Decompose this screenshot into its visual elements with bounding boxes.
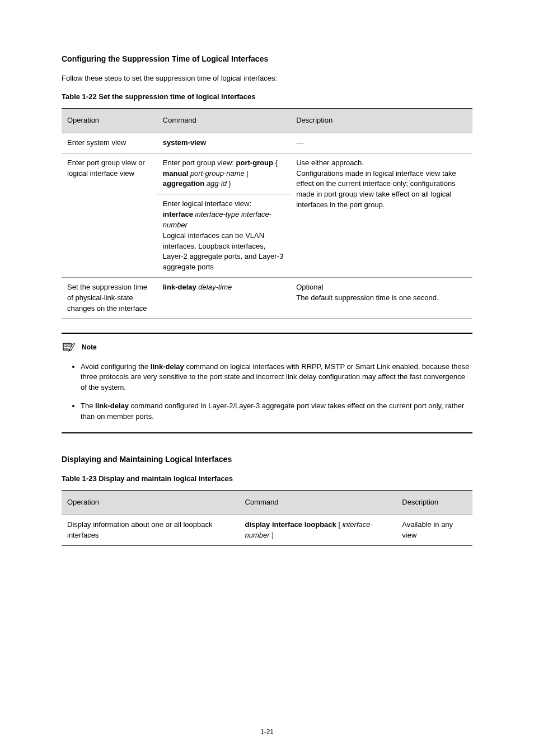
note-icon [62,342,77,354]
cell-operation: Display information about one or all loo… [62,515,240,545]
table-row: Enter port group view or logical interfa… [62,153,472,194]
table-1-22: Operation Command Description Enter syst… [62,108,472,319]
col-operation: Operation [62,491,240,515]
cell-operation: Enter port group view or logical interfa… [62,153,157,277]
col-command: Command [240,491,397,515]
table-row: Enter system view system-view — [62,133,472,153]
note-label: Note [82,343,97,352]
note-box: Note Avoid configuring the link-delay co… [62,333,472,433]
cell-description: Use either approach.Configurations made … [291,153,472,277]
table-caption-1-22: Table 1-22 Set the suppression time of l… [62,92,472,102]
section-title-suppression: Configuring the Suppression Time of Logi… [62,53,472,64]
note-bullet: Avoid configuring the link-delay command… [81,362,472,394]
col-description: Description [396,491,472,515]
cell-command: Enter port group view: port-group { manu… [157,153,291,194]
table-1-23: Operation Command Description Display in… [62,490,472,546]
section-intro-suppression: Follow these steps to set the suppressio… [62,73,472,84]
cmd-text: system-view [163,138,206,147]
table-caption-1-23: Table 1-23 Display and maintain logical … [62,474,472,484]
note-bullets: Avoid configuring the link-delay command… [62,362,472,422]
page: Configuring the Suppression Time of Logi… [0,0,534,756]
cell-command: Enter logical interface view:interface i… [157,194,291,278]
note-header: Note [62,342,472,354]
cell-description: — [291,133,472,153]
cell-operation: Set the suppression time of physical-lin… [62,278,157,319]
cell-command: display interface loopback [ interface-n… [240,515,397,545]
cell-command: link-delay delay-time [157,278,291,319]
col-command: Command [157,108,291,133]
cell-command: system-view [157,133,291,153]
cell-operation: Enter system view [62,133,157,153]
note-bullet: The link-delay command configured in Lay… [81,401,472,422]
table-row: Set the suppression time of physical-lin… [62,278,472,319]
cell-description: Available in any view [396,515,472,545]
page-number: 1-21 [0,727,534,737]
table-row: Display information about one or all loo… [62,515,472,545]
col-operation: Operation [62,108,157,133]
col-description: Description [291,108,472,133]
cell-description: OptionalThe default suppression time is … [291,278,472,319]
section-title-display: Displaying and Maintaining Logical Inter… [62,454,472,465]
